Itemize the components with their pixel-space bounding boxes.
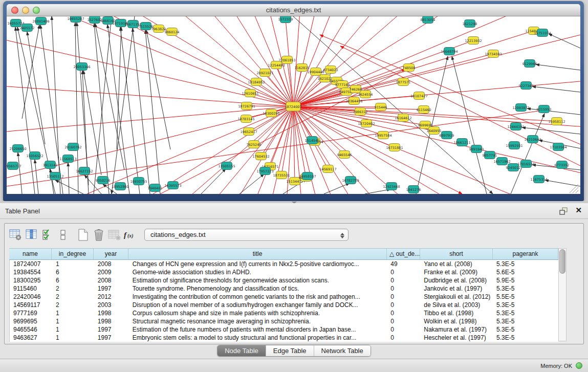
graph-node[interactable]: 18952860 (112, 183, 128, 190)
new-document-icon[interactable] (75, 227, 91, 243)
table-cell[interactable]: 5.9E-5 (493, 276, 558, 285)
table-row[interactable]: 1872400712008Changes of HCN gene express… (10, 260, 558, 268)
column-header-year[interactable]: year (94, 249, 128, 259)
table-row[interactable]: 969969511998Structural magnetic resonanc… (10, 317, 558, 325)
table-mode-icon[interactable] (55, 227, 71, 243)
memory-status-indicator[interactable] (576, 362, 582, 369)
table-cell[interactable]: Disruption of a novel member of a sodium… (129, 301, 387, 309)
table-cell[interactable]: Wolkin et al. (1998) (420, 317, 493, 325)
graph-node[interactable]: 12444191 (507, 123, 524, 130)
graph-node[interactable]: 12610651 (242, 90, 258, 97)
table-cell[interactable]: 6 (52, 276, 94, 285)
graph-node[interactable]: 1877571 (396, 78, 411, 86)
tab-node-table[interactable]: Node Table (217, 345, 266, 356)
table-cell[interactable]: Tourette syndrome. Phenomenology and cla… (129, 285, 387, 293)
table-cell[interactable]: 2009 (94, 268, 129, 276)
table-cell[interactable]: Dudbridge et al. (2008) (420, 276, 493, 285)
graph-node[interactable]: 12093872 (512, 104, 529, 112)
table-cell[interactable]: Changes of HCN gene expression and I(f) … (129, 260, 387, 268)
table-cell[interactable]: 5.3E-5 (493, 325, 558, 334)
graph-node[interactable]: 16164612 (395, 114, 411, 122)
column-select-icon[interactable] (23, 227, 39, 243)
graph-node[interactable]: 20891406 (32, 17, 49, 25)
table-cell[interactable]: Stergiakouli et al. (2012) (420, 293, 493, 301)
table-cell[interactable]: 49 (387, 260, 420, 268)
graph-node[interactable]: 18184952 (248, 78, 265, 86)
table-row[interactable]: 1938455462009Genome-wide association stu… (10, 268, 558, 276)
table-cell[interactable]: 2 (52, 285, 94, 293)
tab-edge-table[interactable]: Edge Table (266, 345, 314, 356)
table-row[interactable]: 946554611997Estimation of the future num… (10, 325, 558, 334)
graph-node[interactable]: 17604532 (252, 152, 269, 160)
graph-node[interactable]: 17103504 (550, 143, 567, 151)
table-cell[interactable]: 0 (387, 285, 420, 293)
graph-node[interactable]: 16627152 (76, 167, 93, 175)
graph-node[interactable]: 9215953 (537, 105, 552, 113)
graph-node[interactable]: 1527602 (88, 16, 102, 24)
graph-node[interactable]: 19957584 (375, 132, 391, 139)
graph-node[interactable]: 12213932 (465, 37, 482, 45)
graph-node[interactable]: 6897919 (440, 132, 454, 139)
table-cell[interactable]: 1 (52, 334, 94, 342)
graph-node[interactable]: 18783145 (237, 115, 254, 123)
graph-node[interactable]: 1572319 (278, 16, 293, 23)
graph-node[interactable]: 16571962 (493, 158, 510, 165)
table-cell[interactable]: 2003 (94, 301, 129, 309)
table-cell[interactable]: 18300295 (10, 276, 52, 285)
table-cell[interactable]: 9465546 (10, 325, 52, 334)
table-cell[interactable]: Investigating the contribution of common… (129, 293, 387, 301)
column-header-short[interactable]: short (420, 249, 493, 259)
graph-node[interactable]: 9115460 (417, 106, 431, 114)
table-cell[interactable]: 5.3E-5 (493, 317, 558, 325)
graph-node[interactable]: 8813054 (421, 16, 435, 24)
table-cell[interactable]: de Silva et al. (2003) (420, 301, 493, 309)
table-cell[interactable]: 0 (387, 293, 420, 301)
table-cell[interactable]: 9115460 (10, 285, 52, 293)
table-cell[interactable]: Tibbo et al. (1998) (420, 309, 493, 317)
table-cell[interactable]: Corpus callosum shape and size in male p… (129, 309, 387, 317)
table-cell[interactable]: 18724007 (10, 260, 52, 268)
graph-node[interactable]: 915446 (375, 103, 387, 111)
graph-node[interactable]: 18726791 (238, 102, 255, 110)
graph-node[interactable]: 6734023 (323, 66, 338, 74)
scrollbar-thumb[interactable] (559, 249, 565, 274)
table-cell[interactable]: 0 (387, 301, 420, 309)
graph-node[interactable]: 20921021 (256, 69, 273, 77)
column-header-out_de[interactable]: △ out_de... (387, 249, 420, 259)
table-cell[interactable]: 6 (52, 268, 94, 276)
graph-node[interactable]: 10655287 (67, 16, 84, 23)
table-cell[interactable]: Estimation of the future numbers of pati… (129, 325, 387, 334)
table-cell[interactable]: 9463627 (10, 334, 52, 342)
graph-node[interactable]: 9350216 (96, 177, 111, 184)
graph-node[interactable]: 1514545 (305, 137, 320, 144)
table-cell[interactable]: 19384554 (10, 268, 52, 276)
graph-node[interactable]: 748508 (403, 64, 416, 72)
table-cell[interactable]: 14569117 (10, 301, 52, 309)
graph-node[interactable]: 9891943 (469, 145, 484, 153)
table-cell[interactable]: 1 (52, 325, 94, 334)
table-cell[interactable]: 0 (387, 276, 420, 285)
graph-node[interactable]: 7625244 (247, 141, 262, 148)
graph-node[interactable]: 1948401 (148, 184, 163, 192)
table-cell[interactable]: 5.3E-5 (493, 260, 558, 268)
graph-node[interactable]: 2405572 (20, 24, 35, 32)
table-row[interactable]: 911546021997Tourette syndrome. Phenomeno… (10, 285, 558, 293)
graph-node[interactable]: 1841276 (406, 186, 421, 193)
function-builder-icon[interactable]: f (x) (122, 227, 138, 243)
graph-node[interactable]: 9857791 (483, 151, 497, 159)
table-cell[interactable]: 1997 (94, 325, 129, 334)
graph-node[interactable]: 10107427 (410, 92, 427, 100)
column-header-pagerank[interactable]: pagerank (493, 249, 558, 259)
close-panel-icon[interactable]: ✕ (575, 206, 582, 215)
table-cell[interactable]: 1 (52, 260, 94, 268)
table-scrollbar[interactable] (558, 248, 567, 341)
table-cell[interactable]: Hescheler et al. (1997) (420, 334, 493, 342)
table-cell[interactable]: Genome-wide association studies in ADHD. (129, 268, 387, 276)
table-row[interactable]: 1456911722003Disruption of a novel membe… (10, 301, 558, 309)
table-cell[interactable]: 0 (387, 309, 420, 317)
table-cell[interactable]: 2012 (94, 293, 129, 301)
graph-node[interactable]: 15958112 (548, 118, 565, 125)
table-cell[interactable]: Estimation of significance thresholds fo… (129, 276, 387, 285)
table-cell[interactable]: 1997 (94, 334, 129, 342)
graph-node[interactable]: 9777169 (335, 81, 350, 89)
